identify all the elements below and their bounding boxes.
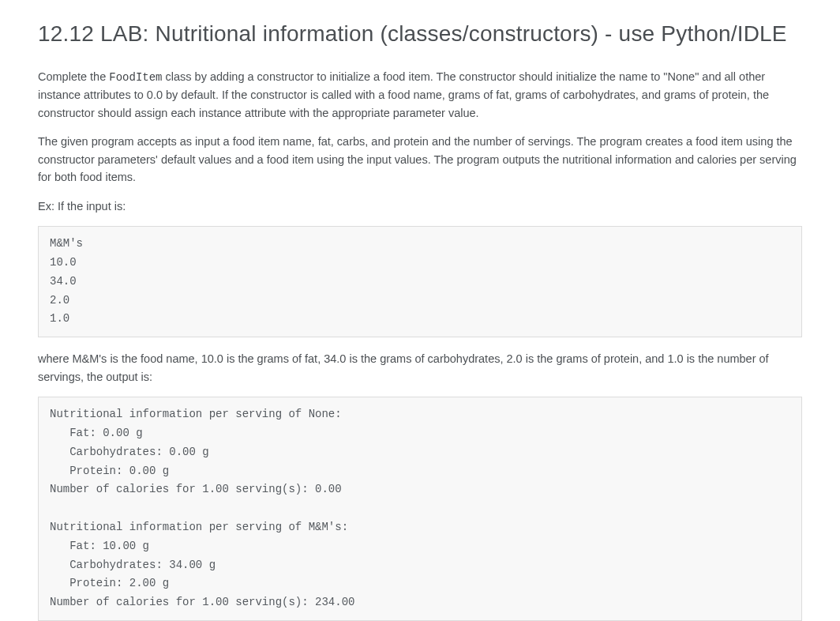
paragraph-description: The given program accepts as input a foo… bbox=[38, 133, 802, 186]
input-code-block: M&M's 10.0 34.0 2.0 1.0 bbox=[38, 226, 802, 337]
inline-code-fooditem: FoodItem bbox=[109, 71, 162, 84]
paragraph-where-explanation: where M&M's is the food name, 10.0 is th… bbox=[38, 350, 802, 386]
intro-text-pre: Complete the bbox=[38, 70, 109, 83]
paragraph-intro: Complete the FoodItem class by adding a … bbox=[38, 68, 802, 122]
page-title: 12.12 LAB: Nutritional information (clas… bbox=[38, 19, 802, 49]
paragraph-example-label: Ex: If the input is: bbox=[38, 198, 802, 215]
output-code-block: Nutritional information per serving of N… bbox=[38, 397, 802, 621]
